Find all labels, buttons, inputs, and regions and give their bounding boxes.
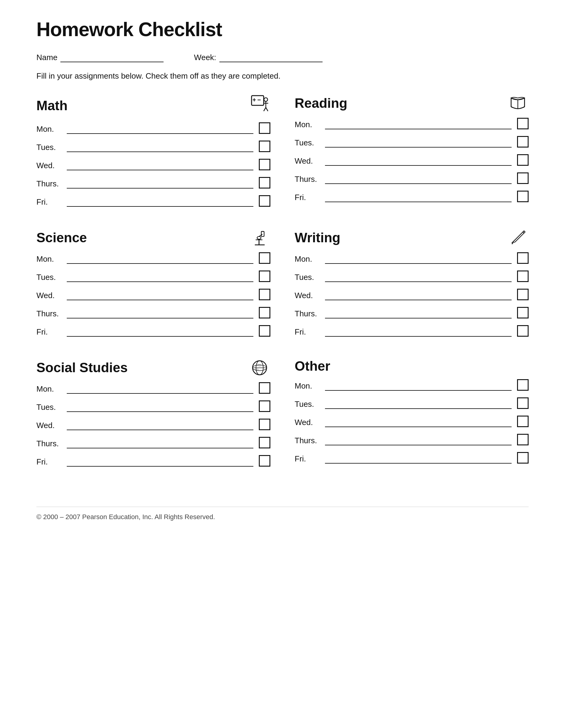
writing-wed-line[interactable] <box>325 292 512 300</box>
reading-wed-checkbox[interactable] <box>517 154 529 166</box>
reading-fri-label: Fri. <box>294 193 325 202</box>
math-wed-line[interactable] <box>67 162 254 170</box>
science-thurs-checkbox[interactable] <box>259 307 271 318</box>
reading-fri-row: Fri. <box>294 191 529 202</box>
subject-title-science: Science <box>36 230 87 245</box>
science-wed-checkbox[interactable] <box>259 289 271 300</box>
social-mon-checkbox[interactable] <box>259 382 271 394</box>
other-fri-line[interactable] <box>325 455 512 464</box>
math-fri-checkbox[interactable] <box>259 195 271 207</box>
subject-title-reading: Reading <box>294 96 347 111</box>
header-fields: Name Week: <box>36 53 529 62</box>
science-tues-checkbox[interactable] <box>259 270 271 282</box>
science-thurs-line[interactable] <box>67 310 254 318</box>
subject-header-other: Other <box>294 359 529 374</box>
subject-block-math: Math + − Mon. <box>36 94 271 213</box>
math-tues-row: Tues. <box>36 141 271 152</box>
science-wed-line[interactable] <box>67 292 254 300</box>
writing-wed-checkbox[interactable] <box>517 289 529 300</box>
math-thurs-line[interactable] <box>67 180 254 189</box>
social-wed-checkbox[interactable] <box>259 419 271 430</box>
writing-thurs-line[interactable] <box>325 310 512 318</box>
other-tues-checkbox[interactable] <box>517 397 529 409</box>
name-label: Name <box>36 53 57 62</box>
math-mon-checkbox[interactable] <box>259 122 271 134</box>
social-thurs-checkbox[interactable] <box>259 437 271 448</box>
math-tues-line[interactable] <box>67 144 254 152</box>
social-thurs-line[interactable] <box>67 440 254 448</box>
math-fri-label: Fri. <box>36 197 67 207</box>
reading-thurs-checkbox[interactable] <box>517 172 529 184</box>
reading-wed-row: Wed. <box>294 154 529 166</box>
social-mon-line[interactable] <box>67 385 254 394</box>
math-fri-line[interactable] <box>67 198 254 207</box>
science-fri-line[interactable] <box>67 328 254 337</box>
other-thurs-line[interactable] <box>325 437 512 445</box>
social-tues-checkbox[interactable] <box>259 400 271 412</box>
other-tues-line[interactable] <box>325 400 512 409</box>
other-thurs-checkbox[interactable] <box>517 434 529 445</box>
writing-wed-label: Wed. <box>294 291 325 300</box>
week-field-line[interactable] <box>220 53 322 62</box>
reading-thurs-line[interactable] <box>325 175 512 184</box>
writing-mon-label: Mon. <box>294 254 325 264</box>
math-tues-label: Tues. <box>36 143 67 152</box>
social-fri-label: Fri. <box>36 457 67 467</box>
math-mon-line[interactable] <box>67 125 254 134</box>
svg-line-17 <box>514 233 522 241</box>
writing-mon-line[interactable] <box>325 255 512 264</box>
reading-tues-checkbox[interactable] <box>517 136 529 148</box>
science-mon-label: Mon. <box>36 254 67 264</box>
other-mon-line[interactable] <box>325 382 512 391</box>
social-fri-line[interactable] <box>67 458 254 467</box>
writing-fri-checkbox[interactable] <box>517 325 529 337</box>
science-mon-line[interactable] <box>67 255 254 264</box>
reading-mon-line[interactable] <box>325 121 512 129</box>
subject-header-science: Science <box>36 229 271 247</box>
social-wed-row: Wed. <box>36 419 271 430</box>
reading-tues-line[interactable] <box>325 139 512 148</box>
other-mon-checkbox[interactable] <box>517 379 529 391</box>
writing-fri-line[interactable] <box>325 328 512 337</box>
social-mon-label: Mon. <box>36 384 67 394</box>
writing-tues-checkbox[interactable] <box>517 270 529 282</box>
reading-thurs-row: Thurs. <box>294 172 529 184</box>
science-mon-checkbox[interactable] <box>259 252 271 264</box>
other-wed-checkbox[interactable] <box>517 416 529 427</box>
math-wed-checkbox[interactable] <box>259 159 271 170</box>
science-fri-checkbox[interactable] <box>259 325 271 337</box>
reading-fri-checkbox[interactable] <box>517 191 529 202</box>
subject-header-writing: Writing <box>294 229 529 247</box>
math-tues-checkbox[interactable] <box>259 141 271 152</box>
name-field-line[interactable] <box>60 53 164 62</box>
other-fri-label: Fri. <box>294 454 325 464</box>
writing-tues-line[interactable] <box>325 274 512 282</box>
science-tues-line[interactable] <box>67 274 254 282</box>
social-fri-row: Fri. <box>36 455 271 467</box>
subject-header-reading: Reading <box>294 94 529 112</box>
reading-wed-line[interactable] <box>325 157 512 166</box>
writing-thurs-checkbox[interactable] <box>517 307 529 318</box>
science-icon <box>249 229 271 247</box>
social-tues-label: Tues. <box>36 403 67 412</box>
subject-block-science: Science <box>36 229 271 343</box>
other-wed-line[interactable] <box>325 419 512 427</box>
math-thurs-label: Thurs. <box>36 179 67 189</box>
reading-mon-row: Mon. <box>294 118 529 129</box>
math-mon-label: Mon. <box>36 124 67 134</box>
other-tues-label: Tues. <box>294 400 325 409</box>
subject-title-writing: Writing <box>294 230 340 245</box>
other-thurs-label: Thurs. <box>294 436 325 445</box>
social-fri-checkbox[interactable] <box>259 455 271 467</box>
math-thurs-checkbox[interactable] <box>259 177 271 189</box>
other-fri-checkbox[interactable] <box>517 452 529 464</box>
math-mon-row: Mon. <box>36 122 271 134</box>
social-wed-line[interactable] <box>67 422 254 430</box>
subject-title-math: Math <box>36 98 68 113</box>
reading-mon-checkbox[interactable] <box>517 118 529 129</box>
writing-mon-checkbox[interactable] <box>517 252 529 264</box>
reading-fri-line[interactable] <box>325 194 512 202</box>
subject-block-social-studies: Social Studies Mon. Tues. <box>36 359 271 473</box>
writing-fri-label: Fri. <box>294 327 325 337</box>
social-tues-line[interactable] <box>67 403 254 412</box>
